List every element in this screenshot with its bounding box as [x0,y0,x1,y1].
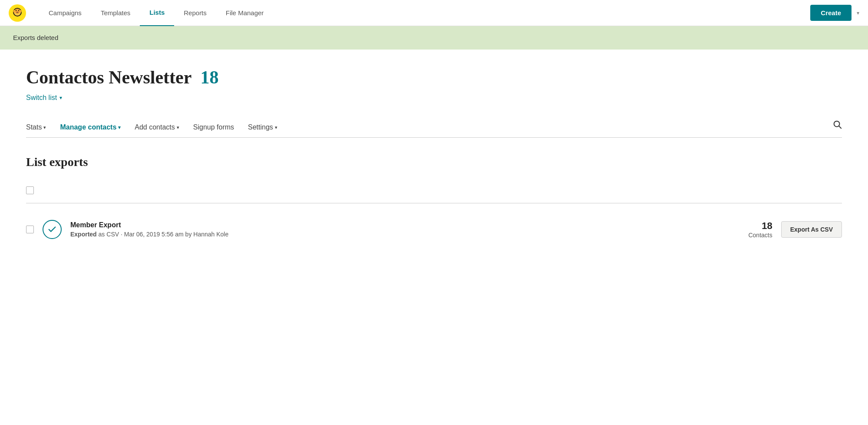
sub-nav-add-contacts-chevron-icon: ▾ [177,125,179,130]
export-date: Mar 06, 2019 5:56 am [124,231,184,238]
table-header-row [26,182,842,199]
sub-nav-stats[interactable]: Stats ▾ [26,119,54,137]
export-format-text: as [99,231,107,238]
nav-templates[interactable]: Templates [91,0,140,26]
sub-nav-stats-label: Stats [26,123,42,131]
sub-nav-add-contacts[interactable]: Add contacts ▾ [135,119,187,137]
nav-links: Campaigns Templates Lists Reports File M… [39,0,810,26]
search-button[interactable] [832,120,842,137]
export-by: Hannah Kole [193,231,228,238]
page-title-text: Contactos Newsletter [26,67,191,87]
table-row: Member Export Exported as CSV · Mar 06, … [26,212,842,247]
export-status-icon [43,220,62,239]
sub-nav-manage-contacts-label: Manage contacts [60,123,116,131]
nav-account-chevron[interactable]: ▾ [857,10,859,16]
page-title-count: 18 [201,67,219,87]
nav-reports[interactable]: Reports [174,0,216,26]
nav-file-manager[interactable]: File Manager [216,0,274,26]
nav-campaigns[interactable]: Campaigns [39,0,91,26]
svg-line-10 [839,126,841,128]
switch-list-label: Switch list [26,94,57,102]
row-checkbox[interactable] [26,226,34,233]
sub-nav-settings-chevron-icon: ▾ [275,125,277,130]
exports-table: Member Export Exported as CSV · Mar 06, … [26,182,842,247]
sub-nav-stats-chevron-icon: ▾ [43,125,46,130]
svg-point-8 [20,10,22,13]
nav-right: Create ▾ [810,5,859,21]
sub-nav-settings-label: Settings [248,123,273,131]
page-title: Contactos Newsletter 18 [26,67,842,88]
export-by-text: by [185,231,194,238]
sub-nav-manage-contacts[interactable]: Manage contacts ▾ [60,119,129,137]
table-divider [26,203,842,203]
sub-nav-add-contacts-label: Add contacts [135,123,175,131]
create-button[interactable]: Create [810,5,851,21]
export-name: Member Export [70,221,720,229]
select-all-checkbox[interactable] [26,186,34,194]
sub-nav-signup-forms-label: Signup forms [193,123,234,131]
sub-nav-manage-contacts-chevron-icon: ▾ [118,125,121,130]
exports-deleted-banner: Exports deleted [0,26,868,50]
sub-nav: Stats ▾ Manage contacts ▾ Add contacts ▾… [26,119,842,138]
export-status: Exported [70,231,97,238]
nav-lists[interactable]: Lists [140,0,174,26]
main-nav: Campaigns Templates Lists Reports File M… [0,0,868,26]
export-count-label: Contacts [729,232,772,239]
switch-list-chevron-icon: ▾ [59,95,62,101]
sub-nav-settings[interactable]: Settings ▾ [248,119,285,137]
export-info: Member Export Exported as CSV · Mar 06, … [70,221,720,238]
svg-point-7 [13,10,16,13]
export-count-number: 18 [729,220,772,232]
export-count: 18 Contacts [729,220,772,239]
export-meta: Exported as CSV · Mar 06, 2019 5:56 am b… [70,231,720,238]
switch-list-button[interactable]: Switch list ▾ [26,94,842,102]
export-date-separator: · [121,231,124,238]
export-format: CSV [106,231,119,238]
main-content: Contactos Newsletter 18 Switch list ▾ St… [0,50,868,264]
section-title: List exports [26,155,842,169]
export-as-csv-button[interactable]: Export As CSV [781,221,842,238]
svg-point-5 [18,10,19,10]
logo[interactable] [9,4,26,22]
banner-text: Exports deleted [13,34,58,41]
sub-nav-signup-forms[interactable]: Signup forms [193,119,242,137]
svg-point-4 [16,10,17,10]
